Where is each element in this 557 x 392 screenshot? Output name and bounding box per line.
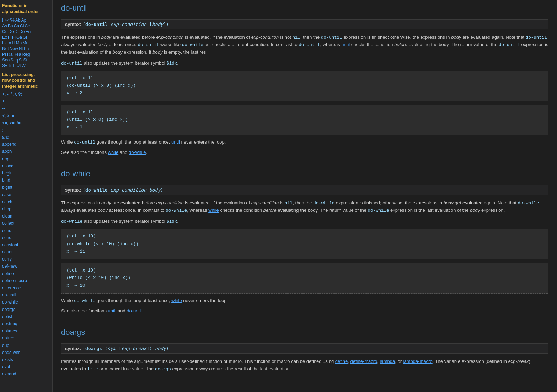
nav-link-La[interactable]: La — [6, 41, 11, 45]
nav-link-Wr[interactable]: Wr — [21, 63, 27, 68]
nav-func-cond[interactable]: cond — [2, 227, 50, 234]
nav-link-Ap[interactable]: Ap — [21, 18, 27, 23]
link-define[interactable]: define — [335, 359, 348, 364]
nav-func-constant[interactable]: constant — [2, 242, 50, 248]
nav-func-ends-with[interactable]: ends-with — [2, 349, 50, 356]
syntax-box-do-until: syntax: (do-until exp-condition [body]) — [61, 19, 548, 29]
nav-link-Do[interactable]: Do — [19, 29, 25, 34]
nav-link-Fl[interactable]: Fl — [12, 35, 16, 40]
nav-link-Nt[interactable]: Nt — [19, 46, 23, 51]
nav-link-Di[interactable]: Di — [15, 29, 18, 34]
nav-func-clean[interactable]: clean — [2, 213, 50, 220]
syntax-label-do-while: syntax: — [65, 187, 82, 193]
link-until-2[interactable]: until — [171, 139, 180, 145]
nav-link-As[interactable]: As — [2, 23, 7, 28]
nav-link-Ba[interactable]: Ba — [8, 23, 13, 28]
link-do-while-1[interactable]: do-while — [129, 150, 146, 155]
link-until-1[interactable]: until — [341, 42, 350, 47]
nav-func-doargs[interactable]: doargs — [2, 306, 50, 313]
nav-func-define-macro[interactable]: define-macro — [2, 278, 50, 284]
nav-func-and[interactable]: and — [2, 134, 50, 141]
nav-func-exists[interactable]: exists — [2, 356, 50, 363]
nav-func-plusplus[interactable]: ++ — [2, 98, 50, 105]
nav-link-Sea[interactable]: Sea — [2, 58, 10, 63]
nav-func-args[interactable]: args — [2, 156, 50, 162]
nav-func-def-new[interactable]: def-new — [2, 263, 50, 270]
nav-link-Fi[interactable]: Fi — [8, 35, 11, 40]
link-do-until-1[interactable]: do-until — [127, 308, 142, 313]
link-while-2[interactable]: while — [208, 208, 219, 213]
nav-link-Ex[interactable]: Ex — [2, 35, 7, 40]
nav-link-Gl[interactable]: Gl — [23, 35, 27, 40]
nav-func-eval[interactable]: eval — [2, 364, 50, 370]
nav-link-St[interactable]: St — [23, 58, 27, 63]
link-while-3[interactable]: while — [171, 298, 182, 303]
nav-func-apply[interactable]: apply — [2, 148, 50, 155]
nav-link-Li[interactable]: Li — [12, 41, 15, 45]
nav-link-Ut[interactable]: Ut — [16, 63, 21, 68]
nav-func-cons[interactable]: cons — [2, 235, 50, 241]
alpha-nav-row3: Cu De Di Do En — [2, 29, 50, 34]
nav-link-Cu[interactable]: Cu — [2, 29, 7, 34]
nav-func-catch[interactable]: catch — [2, 199, 50, 205]
nav-func-append[interactable]: append — [2, 141, 50, 148]
code-do-while-2: (set 'x 10) (while (< x 10) (inc x)) x →… — [61, 263, 548, 294]
nav-func-case[interactable]: case — [2, 192, 50, 198]
nav-link-Ra[interactable]: Ra — [7, 52, 12, 57]
nav-func-count[interactable]: count — [2, 249, 50, 256]
nav-func-define[interactable]: define — [2, 270, 50, 277]
see-also-do-until: See also the functions while and do-whil… — [61, 150, 548, 155]
nav-link-Net[interactable]: Net — [2, 46, 9, 51]
nav-link-Cl[interactable]: Cl — [20, 23, 24, 28]
nav-link-Reg[interactable]: Reg — [22, 52, 30, 57]
nav-link-Ab[interactable]: Ab — [15, 18, 21, 23]
nav-link-De[interactable]: De — [8, 29, 14, 34]
nav-func-dostring[interactable]: dostring — [2, 321, 50, 327]
nav-func-difference[interactable]: difference — [2, 285, 50, 291]
nav-func-expand[interactable]: expand — [2, 371, 50, 377]
nav-link-Si[interactable]: Si — [19, 58, 23, 63]
nav-link-Rea[interactable]: Rea — [13, 52, 21, 57]
nav-link-Ga[interactable]: Ga — [16, 35, 22, 40]
nav-func-chop[interactable]: chop — [2, 206, 50, 213]
nav-func-collect[interactable]: collect — [2, 220, 50, 227]
nav-link-Sy[interactable]: Sy — [2, 63, 7, 68]
nav-link-Ca[interactable]: Ca — [14, 23, 19, 28]
link-until-3[interactable]: until — [108, 308, 117, 313]
nav-func-bigint[interactable]: bigint — [2, 184, 50, 191]
nav-link-Tr[interactable]: Tr — [12, 63, 16, 68]
nav-func-dup[interactable]: dup — [2, 342, 50, 349]
nav-link-Ti[interactable]: Ti — [8, 63, 11, 68]
nav-link-En[interactable]: En — [25, 29, 31, 34]
nav-link-Ma[interactable]: Ma — [16, 41, 22, 45]
section-doargs: doargs syntax: (doargs (sym [exp-break])… — [61, 328, 548, 373]
link-while-1[interactable]: while — [108, 150, 119, 155]
link-define-macro[interactable]: define-macro — [350, 359, 377, 364]
nav-func-assoc[interactable]: assoc — [2, 163, 50, 170]
nav-func-compare2[interactable]: <=, >=, != — [2, 120, 50, 127]
nav-func-dolist[interactable]: dolist — [2, 313, 50, 320]
nav-func-ops[interactable]: +, -, *, /, % — [2, 91, 50, 98]
nav-func-do-until[interactable]: do-until — [2, 292, 50, 299]
nav-func-curry[interactable]: curry — [2, 256, 50, 263]
nav-link-New[interactable]: New — [10, 46, 18, 51]
syntax-label-doargs: syntax: — [65, 346, 82, 351]
nav-link-In[interactable]: In — [2, 41, 6, 45]
nav-link-Mu[interactable]: Mu — [22, 41, 28, 45]
nav-link-![interactable]: ! — [2, 18, 3, 23]
nav-func-compare[interactable]: <, >, =, — [2, 113, 50, 119]
link-lambda-macro[interactable]: lambda-macro — [403, 359, 433, 364]
nav-link-Pr[interactable]: Pr — [2, 52, 6, 57]
nav-link-Seq[interactable]: Seq — [10, 58, 18, 63]
nav-link-ops[interactable]: +-*/% — [4, 18, 15, 23]
nav-link-Pa[interactable]: Pa — [24, 46, 29, 51]
nav-func-do-while[interactable]: do-while — [2, 299, 50, 306]
nav-link-Co[interactable]: Co — [25, 23, 30, 28]
nav-func-dotree[interactable]: dotree — [2, 335, 50, 342]
nav-func-begin[interactable]: begin — [2, 170, 50, 177]
nav-func-minusminus[interactable]: -- — [2, 105, 50, 112]
nav-func-dotimes[interactable]: dotimes — [2, 328, 50, 334]
nav-func-bind[interactable]: bind — [2, 177, 50, 184]
nav-func-semicolon[interactable]: ; — [2, 127, 50, 134]
link-lambda[interactable]: lambda — [380, 359, 395, 364]
